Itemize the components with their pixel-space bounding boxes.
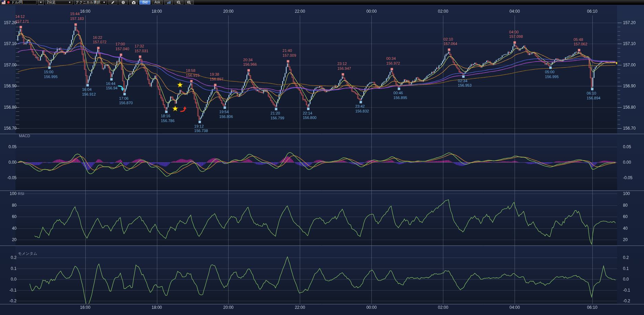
draw-pencil-button[interactable] <box>108 0 117 4</box>
ask-button[interactable]: Ask <box>152 0 163 4</box>
zoom-in-button[interactable] <box>185 0 194 4</box>
currency-pair-label: ドル/円 <box>11 0 23 5</box>
volume-chart-button[interactable] <box>164 0 173 4</box>
zoom-out-button[interactable] <box>175 0 183 4</box>
rsi-panel-title: RSI <box>18 192 24 196</box>
pencil-icon <box>111 1 115 4</box>
info-button[interactable] <box>119 0 128 4</box>
timeframe-selector[interactable]: 2分足 ▼ <box>45 0 73 4</box>
timeframe-label: 2分足 <box>47 0 56 5</box>
currency-pair-selector[interactable]: ドル/円 <box>1 0 36 4</box>
momentum-panel-title: モメンタム <box>18 252 37 256</box>
toolbar: ドル/円 ▼ 2分足 ▼ テクニカル選択 ▼ Bid Ask <box>0 0 644 5</box>
technical-selector[interactable]: テクニカル選択 ▼ <box>74 0 107 4</box>
jp-flag-icon <box>7 0 10 4</box>
screenshot-button[interactable] <box>129 0 138 4</box>
bar-chart-icon <box>167 1 171 4</box>
zoom-out-icon <box>177 1 181 4</box>
chevron-down-icon: ▼ <box>68 1 71 3</box>
pair-dropdown-arrow[interactable]: ▼ <box>38 0 44 5</box>
zoom-in-icon <box>187 1 191 4</box>
info-icon <box>122 1 125 4</box>
chevron-down-icon: ▼ <box>103 1 105 3</box>
technical-label: テクニカル選択 <box>76 0 100 5</box>
fx-chart-app: 14:12157.17115:44157.18316:22157.07217:0… <box>0 0 644 315</box>
macd-panel-title: MACD <box>19 134 30 138</box>
us-flag-icon <box>2 0 6 4</box>
bid-button[interactable]: Bid <box>139 0 150 4</box>
camera-icon <box>132 1 136 4</box>
chart-canvas[interactable] <box>0 0 644 315</box>
